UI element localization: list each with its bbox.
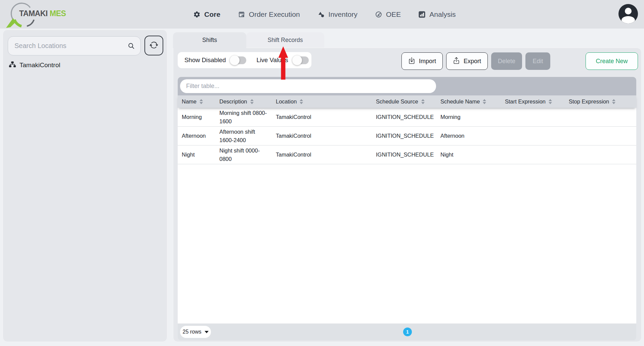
nav-item-oee[interactable]: OEE — [375, 10, 401, 18]
top-header: TAMAKIMES Core Order Execution Inventory — [0, 0, 644, 29]
tree-item-label: TamakiControl — [19, 61, 60, 69]
gear-icon — [193, 11, 201, 18]
table-row-morning[interactable]: Morning Morning shift 0800-1600 TamakiCo… — [178, 108, 636, 127]
shifts-table: Name Description Location Schedule Sourc… — [178, 77, 636, 340]
sort-icon — [483, 99, 486, 104]
refresh-icon — [149, 41, 158, 50]
sort-icon — [300, 99, 303, 104]
refresh-button[interactable] — [144, 36, 163, 55]
column-header-start-expression[interactable]: Start Expression — [501, 95, 565, 108]
search-locations-box — [8, 36, 141, 55]
column-header-schedule-source[interactable]: Schedule Source — [372, 95, 436, 108]
tab-shifts[interactable]: Shifts — [173, 32, 246, 48]
sort-icon — [250, 99, 254, 104]
pagination-page-1[interactable]: 1 — [403, 328, 412, 336]
location-sidebar: TamakiControl — [3, 30, 167, 342]
filter-table-input[interactable] — [180, 79, 436, 93]
main-nav: Core Order Execution Inventory OEE Analy… — [193, 0, 456, 29]
nav-label: Core — [204, 10, 220, 18]
search-icon — [128, 42, 135, 51]
bar-chart-icon — [418, 11, 426, 18]
table-body: Morning Morning shift 0800-1600 TamakiCo… — [178, 108, 636, 323]
edit-button[interactable]: Edit — [525, 52, 550, 70]
live-values-toggle[interactable] — [293, 56, 309, 64]
brand-name-secondary: MES — [50, 9, 66, 18]
nav-item-inventory[interactable]: Inventory — [317, 10, 357, 18]
nav-label: OEE — [386, 10, 401, 18]
nav-item-core[interactable]: Core — [193, 10, 220, 18]
chevron-down-icon — [205, 331, 209, 333]
column-header-stop-expression[interactable]: Stop Expression — [565, 95, 636, 108]
export-label: Export — [464, 58, 481, 65]
brand-name: TAMAKIMES — [19, 9, 66, 18]
table-header-row: Name Description Location Schedule Sourc… — [178, 95, 636, 108]
shifts-panel: Show Disabled Live Values Import Export … — [173, 48, 642, 342]
export-button[interactable]: Export — [446, 52, 488, 70]
create-new-button[interactable]: Create New — [586, 52, 638, 70]
sort-icon — [549, 99, 552, 104]
gauge-icon — [375, 11, 382, 18]
import-button[interactable]: Import — [401, 52, 443, 70]
sort-icon — [200, 99, 203, 104]
toggle-knob — [230, 55, 240, 65]
user-avatar-button[interactable] — [618, 4, 638, 24]
nav-label: Analysis — [429, 10, 456, 18]
nav-label: Order Execution — [249, 10, 300, 18]
nav-label: Inventory — [329, 10, 357, 18]
rows-per-page-select[interactable]: 25 rows — [180, 326, 211, 338]
toggle-knob — [292, 55, 302, 65]
filter-bar — [178, 77, 636, 95]
export-icon — [453, 57, 460, 66]
column-header-schedule-name[interactable]: Schedule Name — [436, 95, 501, 108]
table-footer: 25 rows 1 — [178, 323, 636, 340]
sort-icon — [421, 99, 425, 104]
table-actions: Import Export Delete Edit Create New — [401, 52, 638, 70]
brand-name-primary: TAMAKI — [19, 9, 48, 18]
storefront-icon — [238, 11, 245, 18]
live-values-label: Live Values — [256, 56, 288, 64]
import-icon — [408, 57, 415, 66]
toggles-group: Show Disabled Live Values — [178, 52, 311, 68]
table-row-afternoon[interactable]: Afternoon Afternoon shift 1600-2400 Tama… — [178, 127, 636, 145]
column-header-location[interactable]: Location — [272, 95, 372, 108]
rows-per-page-label: 25 rows — [182, 329, 201, 335]
nav-item-order-execution[interactable]: Order Execution — [238, 10, 300, 18]
delete-button[interactable]: Delete — [491, 52, 522, 70]
tab-shift-records[interactable]: Shift Records — [246, 32, 324, 48]
sitemap-icon — [9, 61, 16, 70]
column-header-name[interactable]: Name — [178, 95, 215, 108]
shapes-icon — [317, 11, 325, 18]
table-row-night[interactable]: Night Night shift 0000-0800 TamakiContro… — [178, 145, 636, 164]
import-label: Import — [419, 58, 436, 65]
sort-icon — [612, 99, 615, 104]
show-disabled-toggle[interactable] — [231, 56, 246, 64]
column-header-description[interactable]: Description — [215, 95, 272, 108]
nav-item-analysis[interactable]: Analysis — [418, 10, 456, 18]
tree-item-tamakicontrol[interactable]: TamakiControl — [9, 60, 60, 70]
show-disabled-label: Show Disabled — [184, 56, 226, 64]
search-locations-input[interactable] — [8, 37, 140, 55]
